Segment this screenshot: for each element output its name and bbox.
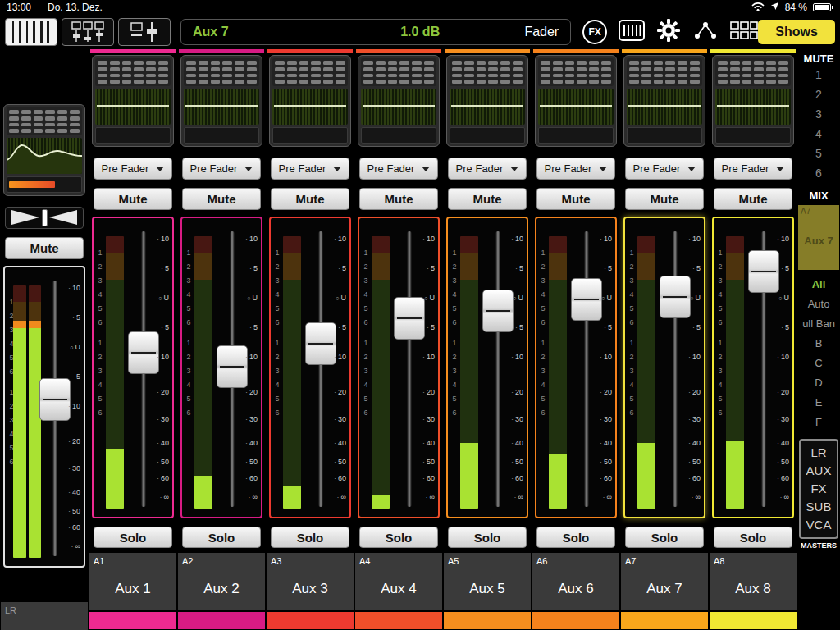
masters-aux[interactable]: AUX — [801, 462, 837, 480]
channel-label[interactable]: A3 Aux 3 — [267, 553, 354, 610]
strip-color-bar-bottom — [621, 612, 708, 629]
strip-overview-thumbnail[interactable] — [358, 55, 440, 147]
masters-fx[interactable]: FX — [801, 480, 837, 498]
mix-nav-full-bank[interactable]: ull Ban — [797, 314, 840, 334]
solo-button[interactable]: Solo — [359, 527, 438, 548]
mute-button[interactable]: Mute — [714, 188, 792, 210]
fader-track[interactable] — [230, 231, 235, 507]
mixer-overview-view-button[interactable] — [5, 18, 57, 46]
mute-button[interactable]: Mute — [182, 188, 261, 210]
mix-nav-d[interactable]: D — [797, 373, 840, 393]
strip-overview-thumbnail[interactable] — [446, 55, 528, 147]
fader-track[interactable] — [52, 281, 57, 556]
solo-button[interactable]: Solo — [625, 527, 704, 548]
fader-track[interactable] — [495, 231, 500, 507]
mute-group-4[interactable]: 4 — [797, 124, 840, 144]
pre-fader-label: Pre Fader — [456, 162, 504, 175]
banks-button[interactable] — [730, 21, 758, 43]
strip-overview-thumbnail[interactable] — [180, 55, 262, 147]
channel-label[interactable]: A1 Aux 1 — [89, 553, 176, 610]
mix-nav-all[interactable]: All — [797, 275, 840, 294]
strip-overview-thumbnail[interactable] — [535, 55, 617, 147]
strip-color-bar-bottom — [267, 612, 354, 629]
settings-button[interactable] — [656, 18, 681, 46]
fader-bank-thumbnail — [627, 58, 702, 86]
mix-nav-e[interactable]: E — [797, 393, 840, 413]
mute-button[interactable]: Mute — [536, 188, 615, 210]
strip-overview-thumbnail[interactable] — [269, 55, 351, 147]
mute-button[interactable]: Mute — [448, 188, 527, 210]
fader-track[interactable] — [584, 231, 589, 507]
strip-overview-thumbnail[interactable] — [623, 55, 705, 147]
mute-button[interactable]: Mute — [94, 188, 172, 210]
pre-fader-dropdown[interactable]: Pre Fader — [182, 158, 261, 180]
fader-track[interactable] — [318, 231, 323, 507]
solo-button[interactable]: Solo — [448, 527, 527, 548]
fx-button[interactable]: FX — [582, 20, 607, 44]
mute-group-1[interactable]: 1 — [797, 65, 840, 84]
fader-track[interactable] — [141, 231, 146, 507]
fader-bank-view-button[interactable] — [62, 18, 114, 46]
mute-group-5[interactable]: 5 — [797, 144, 840, 163]
mute-button[interactable]: Mute — [271, 188, 349, 210]
fader-track[interactable] — [407, 231, 412, 507]
mix-nav-f[interactable]: F — [797, 413, 840, 432]
channel-label[interactable]: A7 Aux 7 — [621, 553, 708, 610]
single-channel-view-button[interactable] — [118, 18, 171, 46]
fader-bank-thumbnail — [361, 58, 436, 86]
masters-vca[interactable]: VCA — [801, 516, 837, 534]
solo-button[interactable]: Solo — [536, 527, 615, 548]
masters-lr[interactable]: LR — [801, 444, 837, 462]
group-assignment-numbers: 123456123456 — [539, 246, 547, 420]
graphic-eq-button[interactable] — [619, 20, 645, 44]
channel-label[interactable]: A6 Aux 6 — [532, 553, 619, 610]
mute-group-6[interactable]: 6 — [797, 163, 840, 183]
solo-button[interactable]: Solo — [271, 527, 349, 548]
pre-fader-dropdown[interactable]: Pre Fader — [625, 158, 704, 180]
gear-icon — [656, 18, 681, 43]
pan-handle[interactable] — [42, 209, 48, 226]
channel-id: A5 — [448, 556, 459, 566]
pre-fader-dropdown[interactable]: Pre Fader — [714, 158, 792, 180]
fader-track[interactable] — [673, 231, 678, 507]
channel-label[interactable]: A8 Aux 8 — [710, 553, 797, 610]
mix-nav-b[interactable]: B — [797, 334, 840, 354]
level-meter — [13, 285, 41, 558]
strip-overview-thumbnail[interactable] — [92, 55, 174, 147]
strip-overview-thumbnail[interactable] — [712, 55, 794, 147]
pan-control[interactable] — [5, 207, 84, 229]
pre-fader-dropdown[interactable]: Pre Fader — [94, 158, 172, 180]
channel-label[interactable]: A5 Aux 5 — [444, 553, 531, 610]
solo-button[interactable]: Solo — [714, 527, 792, 548]
masters-sub[interactable]: SUB — [801, 498, 837, 516]
solo-button[interactable]: Solo — [94, 527, 172, 548]
mute-group-2[interactable]: 2 — [797, 84, 840, 104]
mute-group-3[interactable]: 3 — [797, 104, 840, 124]
pre-fader-label: Pre Fader — [545, 162, 592, 175]
mute-button[interactable]: Mute — [359, 188, 438, 210]
pre-fader-dropdown[interactable]: Pre Fader — [536, 158, 615, 180]
fader-track[interactable] — [761, 231, 766, 507]
channel-name: Aux 3 — [267, 581, 354, 597]
channel-id: A2 — [182, 556, 193, 566]
mute-button[interactable]: Mute — [625, 188, 704, 210]
channel-label[interactable]: A4 Aux 4 — [355, 553, 442, 610]
strip-overview-thumbnail[interactable] — [3, 104, 85, 196]
pre-fader-dropdown[interactable]: Pre Fader — [271, 158, 349, 180]
display-channel: Aux 7 — [193, 25, 316, 39]
shows-button[interactable]: Shows — [758, 20, 835, 44]
level-meter — [726, 236, 744, 509]
mute-button[interactable]: Mute — [5, 237, 84, 259]
routing-button[interactable] — [692, 21, 719, 43]
mix-nav-c[interactable]: C — [797, 354, 840, 373]
pre-fader-dropdown[interactable]: Pre Fader — [359, 158, 438, 180]
mix-nav-auto[interactable]: Auto — [797, 294, 840, 314]
toolbar: Aux 7 1.0 dB Fader FX — [0, 15, 840, 49]
pre-fader-dropdown[interactable]: Pre Fader — [448, 158, 527, 180]
solo-button[interactable]: Solo — [182, 527, 261, 548]
channel-label[interactable]: LR Main — [1, 602, 88, 630]
group-assignment-numbers: 123456123456 — [273, 246, 281, 420]
selected-mix-box[interactable]: A7 Aux 7 — [798, 205, 839, 270]
group-assignment-numbers: 123456123456 — [628, 246, 636, 420]
channel-label[interactable]: A2 Aux 2 — [178, 553, 265, 610]
